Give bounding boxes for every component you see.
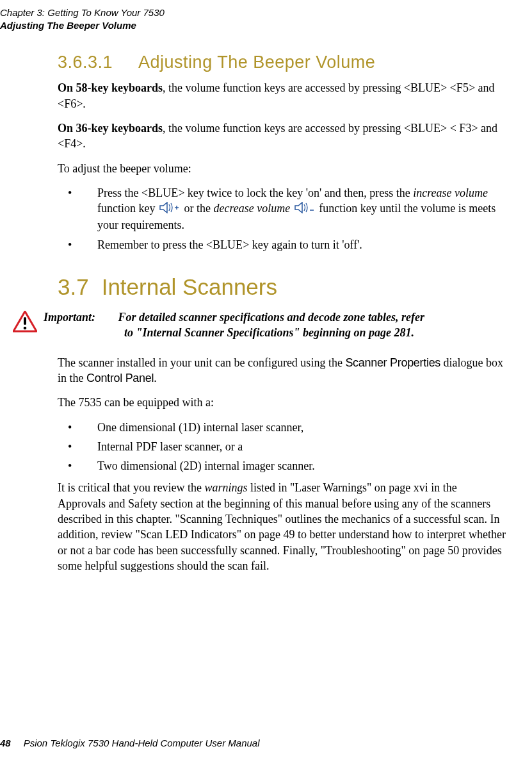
section-title: Internal Scanners [102,274,277,299]
important-note: Important: For detailed scanner specific… [13,309,506,341]
svg-marker-3 [295,202,302,213]
list-item: Press the <BLUE> key twice to lock the k… [68,185,506,233]
page-number: 48 [0,738,11,748]
paragraph: The 7535 can be equipped with a: [58,395,506,410]
body-text: function key [97,202,158,215]
subsection-title: Adjusting The Beeper Volume [138,53,375,72]
page-footer: 48Psion Teklogix 7530 Hand-Held Computer… [0,737,260,750]
important-label: Important: [44,309,115,325]
important-body: to "Internal Scanner Specifications" beg… [124,326,414,339]
italic-text: warnings [204,481,247,494]
important-body: For detailed scanner specifications and … [118,311,424,324]
list-item: Internal PDF laser scanner, or a [68,439,506,454]
list-item: Remember to press the <BLUE> key again t… [68,237,506,252]
bold-text: On 58-key keyboards [58,81,163,94]
ui-term: Scanner Properties [345,356,440,369]
section-heading-37: 3.7Internal Scanners [58,272,506,302]
volume-up-icon [159,202,180,217]
list-item: One dimensional (1D) internal laser scan… [68,420,506,435]
body-text: . [154,372,157,384]
section-number: 3.7 [58,274,89,299]
italic-text: increase volume [413,186,488,199]
svg-marker-0 [160,202,167,213]
header-section: Adjusting The Beeper Volume [0,19,506,32]
paragraph: To adjust the beeper volume: [58,161,506,176]
warning-icon [13,311,37,336]
bullet-list: One dimensional (1D) internal laser scan… [58,420,506,474]
bold-text: On 36-key keyboards [58,122,163,135]
svg-rect-6 [24,317,26,325]
list-item: Two dimensional (2D) internal imager sca… [68,458,506,474]
body-text: listed in "Laser Warnings" on page xvi i… [58,481,506,572]
paragraph: On 36-key keyboards, the volume function… [58,120,506,152]
header-chapter: Chapter 3: Getting To Know Your 7530 [0,6,506,19]
page-header: Chapter 3: Getting To Know Your 7530 Adj… [0,6,506,31]
ui-term: Control Panel [86,372,154,384]
body-text: Press the <BLUE> key twice to lock the k… [97,186,413,199]
subsection-heading-3631: 3.6.3.1Adjusting The Beeper Volume [58,51,506,74]
paragraph: It is critical that you review the warni… [58,480,506,573]
body-text: It is critical that you review the [58,481,204,494]
paragraph: On 58-key keyboards, the volume function… [58,80,506,111]
body-text: or the [181,202,213,215]
body-text: The scanner installed in your unit can b… [58,356,345,369]
svg-point-7 [24,327,27,330]
bullet-list: Press the <BLUE> key twice to lock the k… [58,185,506,252]
subsection-number: 3.6.3.1 [58,53,113,72]
italic-text: decrease volume [213,202,290,215]
footer-text: Psion Teklogix 7530 Hand-Held Computer U… [24,738,260,748]
important-text: Important: For detailed scanner specific… [44,309,506,341]
volume-down-icon [294,202,315,217]
paragraph: The scanner installed in your unit can b… [58,355,506,386]
